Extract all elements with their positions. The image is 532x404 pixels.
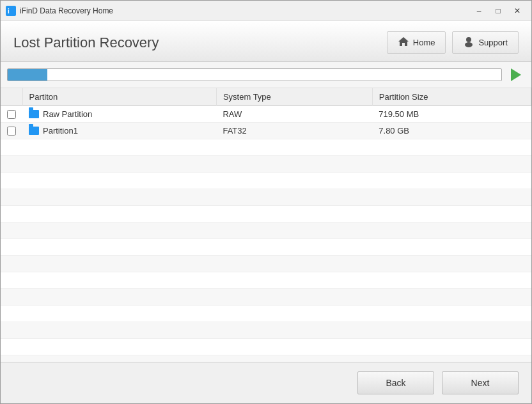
play-icon [511,68,521,81]
next-button[interactable]: Next [442,371,519,394]
empty-row [1,222,531,239]
page-title: Lost Partition Recovery [13,35,159,51]
progress-bar-container [7,68,502,81]
table-row: Partition1 FAT32 7.80 GB [1,123,531,139]
row-name-cell: Partition1 [22,123,216,139]
empty-row [1,239,531,256]
row-partition-size-cell: 7.80 GB [372,123,531,139]
support-button[interactable]: Support [452,31,519,54]
svg-marker-2 [398,37,409,46]
app-icon: i [6,6,16,16]
home-button-label: Home [413,38,435,47]
progress-bar-fill [8,69,47,81]
empty-row [1,256,531,272]
empty-row [1,139,531,156]
row-system-type-cell: FAT32 [216,123,372,139]
row-partition-name: Partition1 [43,126,78,136]
play-button[interactable] [507,66,525,84]
empty-row [1,355,531,362]
row-checkbox-cell[interactable] [1,123,22,139]
folder-icon [29,127,39,135]
row-system-type-cell: RAW [216,106,372,123]
empty-row [1,306,531,322]
row-checkbox-input[interactable] [7,110,16,119]
support-icon [463,36,474,49]
partition-table-container: Partiton System Type Partition Size Raw … [1,88,531,362]
row-checkbox-cell[interactable] [1,106,22,123]
row-partition-name: Raw Partition [43,109,92,119]
header-buttons: Home Support [387,31,519,54]
folder-icon [29,110,39,118]
row-checkbox-input[interactable] [7,127,16,136]
empty-row [1,322,531,339]
svg-text:i: i [8,8,10,15]
row-partition-size-cell: 719.50 MB [372,106,531,123]
titlebar-title: iFinD Data Recovery Home [20,6,470,15]
col-partition: Partiton [22,88,216,106]
empty-row [1,189,531,206]
table-header-row: Partiton System Type Partition Size [1,88,531,106]
footer: Back Next [1,362,531,403]
empty-row [1,272,531,289]
row-name-cell: Raw Partition [22,106,216,123]
empty-row [1,206,531,222]
col-system-type: System Type [216,88,372,106]
window-controls: – □ ✕ [470,4,526,18]
support-button-label: Support [478,38,508,47]
toolbar [1,62,531,88]
table-row: Raw Partition RAW 719.50 MB [1,106,531,123]
back-button[interactable]: Back [357,371,434,394]
empty-row [1,156,531,173]
svg-point-4 [465,42,473,47]
maximize-button[interactable]: □ [489,4,507,18]
minimize-button[interactable]: – [470,4,488,18]
titlebar: i iFinD Data Recovery Home – □ ✕ [1,1,531,21]
svg-point-3 [466,37,471,42]
col-checkbox [1,88,22,106]
partition-table: Partiton System Type Partition Size Raw … [1,88,531,362]
header: Lost Partition Recovery Home Support [1,21,531,62]
close-button[interactable]: ✕ [508,4,526,18]
empty-row [1,339,531,355]
empty-row [1,173,531,189]
home-icon [398,36,409,49]
col-partition-size: Partition Size [372,88,531,106]
empty-row [1,289,531,306]
home-button[interactable]: Home [387,31,446,54]
